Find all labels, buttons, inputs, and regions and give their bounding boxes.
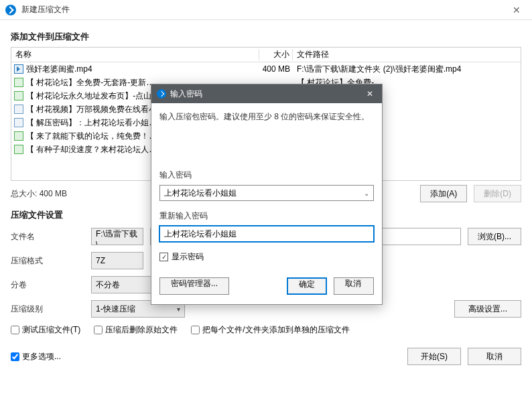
modal-close-icon[interactable]: ✕: [363, 89, 377, 98]
browse-button[interactable]: 浏览(B)...: [468, 228, 521, 245]
password-dialog: 输入密码 ✕ 输入压缩包密码。建议使用至少 8 位的密码来保证安全性。 输入密码…: [151, 84, 383, 305]
delete-button: 删除(D): [474, 185, 521, 202]
file-size: 400 MB: [259, 64, 293, 74]
table-row[interactable]: 强奸老婆闺蜜.mp4400 MBF:\迅雷下载\新建文件夹 (2)\强奸老婆闺蜜…: [11, 62, 521, 76]
txt-file-icon: [14, 105, 23, 114]
file-path: F:\迅雷下载\新建文件夹 (2)\强奸老婆闺蜜.mp4: [293, 64, 521, 75]
modal-title: 输入密码: [170, 88, 363, 100]
checkbox-checked-icon: ✓: [159, 253, 168, 261]
modal-hint: 输入压缩包密码。建议使用至少 8 位的密码来保证安全性。: [159, 111, 374, 123]
start-button[interactable]: 开始(S): [407, 348, 461, 365]
modal-icon: [157, 89, 166, 98]
add-files-title: 添加文件到压缩文件: [11, 31, 521, 43]
col-path[interactable]: 文件路径: [293, 49, 521, 60]
file-name: 【 有种子却没速度？来村花论坛人…: [26, 144, 157, 155]
chevron-down-icon: ▾: [177, 306, 180, 313]
file-name: 强奸老婆闺蜜.mp4: [26, 64, 92, 75]
show-password-label: 显示密码: [172, 251, 204, 263]
col-name[interactable]: 名称: [11, 49, 259, 60]
password-confirm-label: 重新输入密码: [159, 210, 374, 222]
show-password-checkbox[interactable]: ✓ 显示密码: [159, 251, 374, 263]
chevron-down-icon[interactable]: ⌄: [364, 190, 369, 197]
close-icon[interactable]: ✕: [507, 0, 527, 20]
split-label: 分卷: [11, 279, 84, 291]
cancel-button[interactable]: 取消: [468, 348, 521, 365]
format-label: 压缩格式: [11, 255, 84, 267]
password-manager-button[interactable]: 密码管理器...: [159, 277, 229, 295]
html-file-icon: [14, 78, 23, 87]
html-file-icon: [14, 145, 23, 154]
modal-titlebar: 输入密码 ✕: [151, 84, 382, 103]
test-checkbox[interactable]: 测试压缩文件(T): [11, 324, 80, 336]
add-button[interactable]: 添加(A): [420, 185, 467, 202]
more-options-checkbox[interactable]: 更多选项...: [11, 351, 61, 362]
window-title: 新建压缩文件: [21, 4, 507, 15]
html-file-icon: [14, 131, 23, 141]
file-name: 【 村花视频】万部视频免费在线看小…: [26, 104, 165, 115]
html-file-icon: [14, 91, 23, 100]
password-confirm-input[interactable]: 上村花论坛看小姐姐: [159, 226, 374, 242]
advanced-button[interactable]: 高级设置...: [454, 300, 521, 318]
format-select[interactable]: 7Z: [91, 252, 143, 269]
delete-after-checkbox[interactable]: 压缩后删除原始文件: [94, 324, 178, 336]
ok-button[interactable]: 确定: [287, 277, 327, 295]
modal-cancel-button[interactable]: 取消: [334, 277, 374, 295]
app-icon: [5, 5, 16, 15]
titlebar: 新建压缩文件 ✕: [0, 0, 532, 20]
mp4-file-icon: [14, 64, 23, 74]
filename-prefix[interactable]: F:\迅雷下载\: [91, 228, 143, 245]
col-size[interactable]: 大小: [259, 49, 293, 60]
password-label: 输入密码: [159, 170, 374, 181]
separate-checkbox[interactable]: 把每个文件/文件夹添加到单独的压缩文件: [191, 324, 349, 336]
password-input[interactable]: 上村花论坛看小姐姐⌄: [159, 185, 374, 201]
file-name: 【 来了就能下载的论坛，纯免费！…: [26, 131, 157, 142]
level-label: 压缩级别: [11, 304, 84, 315]
txt-file-icon: [14, 118, 23, 127]
file-name: 【 村花论坛】全免费-无套路-更新…: [26, 77, 154, 88]
file-list-header: 名称 大小 文件路径: [11, 48, 521, 62]
filename-label: 文件名: [11, 231, 84, 243]
file-name: 【 村花论坛永久地址发布页】-点山…: [26, 90, 159, 102]
file-name: 【 解压密码】：上村花论坛看小姐…: [26, 117, 157, 129]
